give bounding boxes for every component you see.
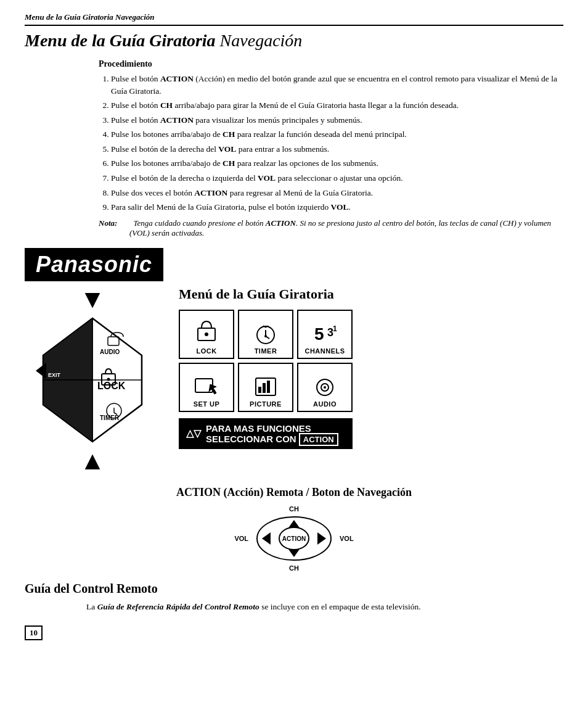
nav-circle: CH VOL ACTION [234,505,353,572]
step-2: Pulse el botón CH arriba/abajo para gira… [111,99,563,112]
guia-control-section: Guía del Control Remoto La Guía de Refer… [25,582,563,613]
timer-label: TIMER [255,347,277,355]
procedimiento-title: Procedimiento [99,59,563,69]
channels-icon: 5 3 1 [311,323,338,347]
step-6: Pulse los botones arriba/abajo de CH par… [111,157,563,170]
menu-guia-title: Menú de la Guía Giratoria [179,286,563,302]
svg-text:5: 5 [314,324,324,344]
nota-label: Nota: [99,218,129,238]
panasonic-logo: Panasonic [25,248,163,281]
picture-icon [252,376,279,400]
right-section: Menú de la Guía Giratoria LOCK [179,286,563,449]
step-3: Pulse el botón ACTION para visualizar lo… [111,114,563,126]
setup-label: SET UP [194,400,220,408]
nav-row: VOL ACTION VOL [234,514,353,563]
breadcrumb: Menu de la Guía Giratoria Navegación [25,12,563,26]
action-section: ACTION (Acción) Remota / Boton de Navega… [25,486,563,572]
lock-label: LOCK [196,347,216,355]
svg-rect-29 [258,387,261,393]
svg-text:1: 1 [333,324,337,333]
svg-text:ACTION: ACTION [282,535,306,542]
svg-point-34 [324,386,326,389]
ch-bottom-label: CH [234,564,353,572]
nota-text: Tenga cuidado cuando presione el botón A… [129,218,563,238]
arrow-down-icon: ▲ [25,448,160,474]
svg-point-17 [205,332,208,336]
svg-text:AUDIO: AUDIO [100,349,120,355]
svg-point-12 [107,378,110,381]
diamond-svg: EXIT LOCK AUDIO TIMER [31,312,154,448]
main-title: Menu de la Guía Giratoria Navegación [25,31,563,51]
menu-item-picture: PICTURE [238,363,293,412]
svg-text:EXIT: EXIT [48,372,61,378]
setup-icon [193,376,220,400]
ch-top-label: CH [234,505,353,513]
step-1: Pulse el botón ACTION (Acción) en medio … [111,73,563,97]
arrow-up-icon: ▼ [25,286,160,312]
menu-item-channels: 5 3 1 CHANNELS [297,310,353,359]
step-9: Para salir del Menú de la Guía Giratoria… [111,201,563,213]
audio-label: AUDIO [313,400,337,408]
menu-item-timer: TIMER [238,310,293,359]
guia-control-text: La Guía de Referencia Rápida del Control… [86,601,563,613]
action-box: ACTION [299,433,338,446]
lock-icon [193,318,220,346]
page-number: 10 [25,625,43,640]
steps-list: Pulse el botón ACTION (Acción) en medio … [111,73,563,213]
nav-button-area: CH VOL ACTION [25,505,563,572]
procedimiento-section: Procedimiento Pulse el botón ACTION (Acc… [99,59,563,238]
breadcrumb-text: Menu de la Guía Giratoria Navegación [25,12,155,22]
menu-item-setup: SET UP [179,363,234,412]
banner-text: PARA MAS FUNCIONESSELECCIONAR CON ACTION [206,423,338,444]
content-area: ▼ EXIT LOCK AUDIO TI [25,286,563,474]
vol-left-label: VOL [234,535,248,542]
menu-item-audio: AUDIO [297,363,353,412]
step-8: Pulse dos veces el botón ACTION para reg… [111,187,563,199]
arrow-symbols: △▽ [186,427,201,439]
picture-label: PICTURE [250,400,282,408]
svg-rect-31 [267,381,270,393]
remote-diamond: EXIT LOCK AUDIO TIMER [31,312,154,448]
action-banner: △▽ PARA MAS FUNCIONESSELECCIONAR CON ACT… [179,418,353,449]
channels-label: CHANNELS [304,347,345,355]
vol-right-label: VOL [340,535,354,542]
timer-icon [252,323,279,347]
left-diagram: ▼ EXIT LOCK AUDIO TI [25,286,160,474]
svg-rect-30 [263,383,266,393]
menu-item-lock: LOCK [179,310,234,359]
nota-row: Nota: Tenga cuidado cuando presione el b… [99,218,563,238]
menu-grid: LOCK TIMER [179,310,563,412]
svg-point-23 [264,335,267,337]
audio-icon [311,376,338,400]
svg-marker-6 [36,363,46,379]
step-4: Pulse los botones arriba/abajo de CH par… [111,128,563,141]
step-7: Pulse el botón de la derecha o izquierda… [111,172,563,184]
guia-control-title: Guía del Control Remoto [25,582,563,596]
step-5: Pulse el botón de la derecha del VOL par… [111,143,563,155]
action-title: ACTION (Acción) Remota / Boton de Navega… [25,486,563,499]
nav-svg: ACTION [251,514,337,563]
